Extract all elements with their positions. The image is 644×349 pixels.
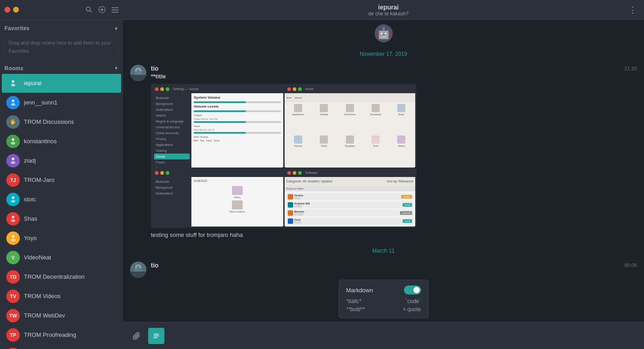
search-icon[interactable] (86, 6, 92, 13)
svg-point-13 (11, 142, 15, 145)
settings-system-slider (194, 110, 281, 112)
settings-item-network: Network (154, 165, 190, 168)
settings-item-bluetooth: Bluetooth (154, 95, 190, 101)
firefox-info: Firefox 70.0.1 (295, 194, 400, 199)
fm-icon-videos: Videos (390, 136, 413, 166)
message-meta-tio: tio 21:20 (151, 65, 637, 72)
room-item-trom-discussions[interactable]: 🖐TROM Discussions (2, 113, 121, 131)
settings-alert-label: Alert Sound (194, 136, 281, 138)
room-avatar-trom-decentralization: TD (6, 270, 20, 284)
markdown-format-button[interactable] (148, 328, 164, 344)
person-icon (9, 157, 17, 165)
person-icon (9, 137, 17, 145)
room-item-trom-jaro[interactable]: TJTROM-Jaro (2, 171, 121, 190)
traffic-light-red[interactable] (5, 7, 10, 13)
software-content: CategoriesAllInstalledUpdates Sort by: R… (285, 177, 416, 227)
room-avatar-trom-jaro: TJ (6, 173, 20, 187)
fm-icon-pictures: Pictures (286, 136, 310, 166)
room-item-trom-webdev[interactable]: TWTROM WebDev (2, 306, 121, 325)
fm-toolbar: ⬅ ➡ Home (285, 93, 416, 102)
software-titlebar: Software (285, 169, 416, 177)
chat-messages: 🤖 November 17, 2019 tio 21: (123, 20, 644, 322)
menu-icon[interactable] (112, 7, 118, 13)
room-item-trom-decentralization[interactable]: TDTROM Decentralization (2, 267, 121, 286)
room-name-ziadj: ziadj (24, 157, 36, 164)
message-2: tio 00:06 (130, 262, 637, 278)
markdown-quote: > quote (403, 306, 421, 313)
traffic-light-yellow[interactable] (13, 7, 19, 13)
settings-screenshot-2: Bluetooth Background Notifications HUB31… (152, 169, 283, 227)
room-item-ziadj[interactable]: ziadj (2, 151, 121, 170)
firefox-update-btn[interactable]: Update (401, 195, 412, 199)
room-item-konstantinos[interactable]: konstantinos (2, 132, 121, 151)
favorites-drop-zone: Drag and drop rooms here to add them to … (5, 35, 118, 58)
room-avatar-yoyo (6, 231, 20, 245)
room-item-shas[interactable]: Shas (2, 209, 121, 228)
compose-icon[interactable] (99, 6, 105, 13)
blender-info: Blender 17.2.80.7 (295, 210, 399, 216)
robot-avatar: 🤖 (375, 24, 393, 42)
room-item-iepurai[interactable]: iepurai (2, 74, 121, 93)
software-screenshot: Software CategoriesAllInstalledUpdates S… (285, 169, 416, 227)
fm-icon-music: Music (390, 104, 413, 134)
fm-icons-grid: Applications Desktop Docum (285, 102, 416, 168)
markdown-example-2: **bold** > quote (346, 306, 421, 313)
settings-input-device: Input Device: Line In (194, 128, 281, 131)
settings-item-privacy: Privacy (154, 136, 190, 142)
settings-sidebar: Bluetooth Background Notifications Searc… (152, 93, 191, 168)
settings-input-label: Input (194, 125, 281, 127)
settings-item2-2: Background (154, 185, 190, 190)
room-item-videoneat[interactable]: VVideoNeat (2, 248, 121, 267)
chat-header-status: de che te kakash? (368, 11, 408, 16)
favorites-chevron: ▼ (114, 26, 118, 31)
cura-install-btn[interactable]: Install (403, 219, 412, 223)
hub-icon-videos: Videos (195, 186, 279, 199)
room-item-jenn_sunn1[interactable]: jenn__sunn1 (2, 93, 121, 112)
fm-icon-public: Public (312, 136, 336, 166)
room-item-trom-videos[interactable]: TVTROM Videos (2, 287, 121, 306)
chat-header: iepurai de che te kakash? ⋮ (123, 0, 644, 20)
room-item-trom-translations[interactable]: TTTROM Translations (2, 345, 121, 349)
settings-item-universal: Universal Access (154, 124, 190, 130)
firefox-icon (288, 194, 293, 199)
software-item-cura: Cura 4.1.0.1 Install (286, 218, 414, 225)
room-avatar-trom-webdev: TW (6, 309, 20, 322)
room-name-trom-discussions: TROM Discussions (24, 118, 74, 125)
settings-item-sound: Sound (154, 154, 190, 159)
room-name-trom-decentralization: TROM Decentralization (24, 273, 85, 280)
more-options-icon[interactable]: ⋮ (629, 5, 637, 15)
software-category-photo: Photo & Video (285, 186, 416, 191)
sidebar-icons (86, 6, 118, 13)
blender-icon (288, 210, 293, 216)
settings-input-slider (194, 132, 281, 134)
room-avatar-konstantinos (6, 135, 20, 148)
sidebar-header (0, 0, 123, 20)
room-name-iepurai: iepurai (24, 80, 41, 86)
settings-screenshot: Settings — Sound Bluetooth Background No… (152, 85, 283, 168)
favorites-header[interactable]: Favorites ▼ (5, 23, 118, 34)
markdown-toggle[interactable] (404, 286, 421, 295)
svg-line-1 (90, 11, 92, 13)
markdown-label: Markdown (346, 287, 373, 294)
settings-item2-3: Notifications (154, 190, 190, 196)
main-chat: iepurai de che te kakash? ⋮ 🤖 November 1… (123, 0, 644, 349)
room-item-trom-proofreading[interactable]: TPTROM Proofreading (2, 326, 121, 344)
room-item-yoyo[interactable]: Yoyo (2, 229, 121, 248)
room-name-trom-videos: TROM Videos (24, 293, 60, 299)
settings-balance-slider (194, 121, 281, 123)
settings-item-power: Power (154, 159, 190, 165)
sidebar: Favorites ▼ Drag and drop rooms here to … (0, 0, 123, 349)
blender-uninstall-btn[interactable]: Uninstall (400, 211, 412, 215)
attach-button[interactable] (128, 328, 145, 344)
person-icon (9, 99, 17, 107)
room-name-shas: Shas (24, 215, 37, 222)
svg-point-12 (12, 138, 14, 141)
arduino-install-btn[interactable]: Install (403, 203, 412, 207)
person-icon (9, 79, 17, 87)
cura-version: 4.1.0.1 (295, 221, 401, 224)
fm-titlebar: Home (285, 85, 416, 93)
room-item-stoic[interactable]: stoic (2, 190, 121, 209)
room-avatar-stoic (6, 193, 20, 206)
chat-header-name: iepurai (378, 4, 399, 11)
room-name-stoic: stoic (24, 196, 36, 203)
